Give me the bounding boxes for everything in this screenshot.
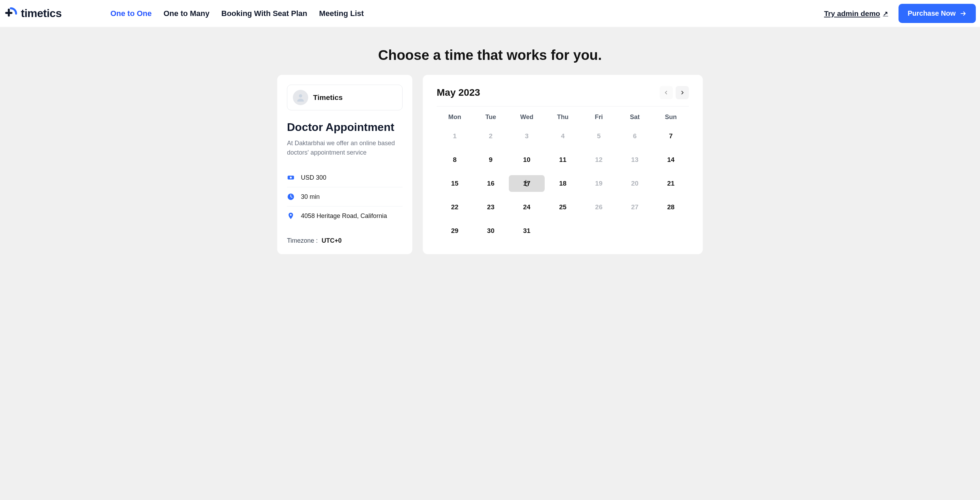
calendar-day[interactable]: 28 [653,199,689,216]
location-pin-icon [287,212,294,220]
calendar-weekday: Thu [545,114,581,121]
calendar-day[interactable]: 29 [437,222,473,239]
calendar-day[interactable]: 23 [473,199,509,216]
calendar-month-label: May 2023 [437,87,480,98]
chevron-right-icon [679,90,685,95]
timezone-value: UTC+0 [321,237,342,244]
price-icon [287,174,294,181]
timezone-label: Timezone : [287,237,318,244]
page-body: Choose a time that works for you. Timeti… [0,27,980,500]
calendar-header: May 2023 [437,86,689,106]
organization-box: Timetics [287,85,402,110]
calendar-day: 6 [617,128,653,144]
brand-name: timetics [21,7,62,20]
calendar-day[interactable]: 10 [509,151,545,168]
calendar-card: May 2023 MonTueWedThuFriSatSun1234567891… [423,75,703,254]
nav-item[interactable]: One to One [110,9,152,18]
calendar-day: 2 [473,128,509,144]
calendar-day[interactable]: 22 [437,199,473,216]
svg-point-0 [299,94,302,97]
timezone-row: Timezone : UTC+0 [287,237,402,244]
calendar-day[interactable]: 31 [509,222,545,239]
calendar-day[interactable]: 11 [545,151,581,168]
panel-row: Timetics Doctor Appointment At Daktarbha… [0,75,980,254]
page-heading: Choose a time that works for you. [0,27,980,75]
location-value: 4058 Heritage Road, California [301,213,387,220]
calendar-day[interactable]: 30 [473,222,509,239]
site-header: timetics One to OneOne to ManyBooking Wi… [0,0,980,27]
demo-link-label: Try admin demo [824,10,880,18]
brand-logo[interactable]: timetics [4,7,62,20]
price-value: USD 300 [301,174,326,181]
calendar-nav [660,86,689,99]
purchase-now-button[interactable]: Purchase Now [899,4,976,23]
cursor-pointer-icon [523,179,531,187]
user-icon [296,93,305,102]
calendar-day: 4 [545,128,581,144]
calendar-day[interactable]: 18 [545,175,581,192]
calendar-day: 19 [581,175,617,192]
calendar-weekday: Sat [617,114,653,121]
calendar-weekday: Wed [509,114,545,121]
svg-point-2 [290,176,292,179]
calendar-grid: MonTueWedThuFriSatSun1234567891011121314… [437,114,689,239]
calendar-day[interactable]: 25 [545,199,581,216]
duration-value: 30 min [301,193,320,200]
chevron-left-icon [663,90,669,95]
svg-point-4 [290,214,292,216]
external-link-icon: ↗ [883,10,888,17]
calendar-day: 5 [581,128,617,144]
calendar-day[interactable]: 8 [437,151,473,168]
try-admin-demo-link[interactable]: Try admin demo ↗ [824,10,888,18]
nav-item[interactable]: Booking With Seat Plan [221,9,307,18]
meeting-description: At Daktarbhai we offer an online based d… [287,138,402,157]
meeting-title: Doctor Appointment [287,121,402,134]
meta-price: USD 300 [287,168,402,187]
calendar-prev-button[interactable] [660,86,673,99]
meeting-info-card: Timetics Doctor Appointment At Daktarbha… [277,75,412,254]
calendar-weekday: Mon [437,114,473,121]
calendar-day[interactable]: 15 [437,175,473,192]
arrow-right-icon [960,10,967,17]
calendar-day: 3 [509,128,545,144]
organization-name: Timetics [313,93,343,102]
calendar-day: 1 [437,128,473,144]
calendar-day[interactable]: 9 [473,151,509,168]
calendar-weekday: Tue [473,114,509,121]
calendar-day: 27 [617,199,653,216]
calendar-day: 26 [581,199,617,216]
calendar-day: 12 [581,151,617,168]
calendar-day[interactable]: 16 [473,175,509,192]
meta-location: 4058 Heritage Road, California [287,206,402,225]
meta-duration: 30 min [287,187,402,206]
meeting-meta-list: USD 300 30 min 4058 Heritage Road, Calif… [287,168,402,225]
purchase-label: Purchase Now [908,10,956,17]
calendar-day: 13 [617,151,653,168]
calendar-weekday: Sun [653,114,689,121]
avatar [293,90,308,105]
calendar-day: 20 [617,175,653,192]
calendar-next-button[interactable] [676,86,689,99]
calendar-weekday: Fri [581,114,617,121]
header-actions: Try admin demo ↗ Purchase Now [824,4,976,23]
calendar-day[interactable]: 24 [509,199,545,216]
calendar-day[interactable]: 7 [653,128,689,144]
calendar-day[interactable]: 21 [653,175,689,192]
calendar-day[interactable]: 14 [653,151,689,168]
nav-item[interactable]: Meeting List [319,9,364,18]
nav-item[interactable]: One to Many [164,9,210,18]
calendar-day[interactable]: 17 [509,175,545,192]
primary-nav: One to OneOne to ManyBooking With Seat P… [110,9,364,18]
clock-icon [287,193,294,200]
logo-mark-icon [4,7,18,20]
